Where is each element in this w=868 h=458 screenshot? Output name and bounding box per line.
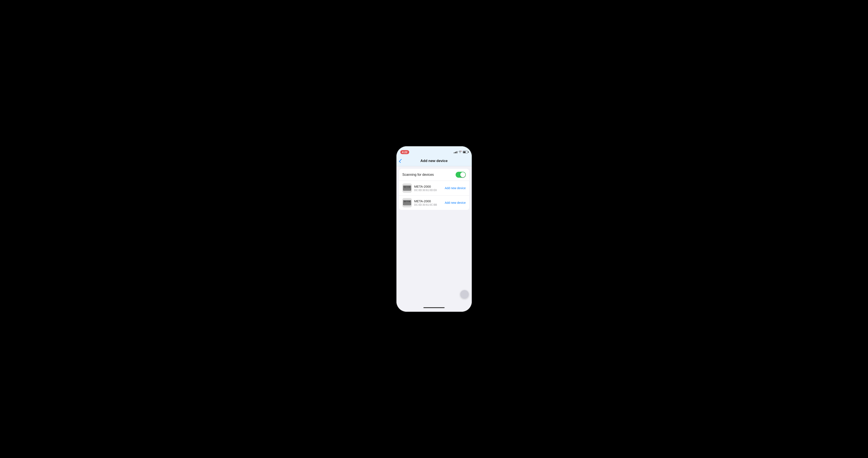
svg-rect-16 <box>408 201 410 202</box>
status-bar: 4:22 <box>397 146 472 155</box>
svg-point-0 <box>461 151 462 151</box>
status-icons <box>454 150 468 154</box>
floating-action-button[interactable] <box>460 290 469 298</box>
svg-point-21 <box>408 203 409 204</box>
page-title: Add new device <box>421 159 447 163</box>
back-button[interactable] <box>400 159 402 163</box>
scanning-row: Scanning for devices <box>399 169 469 181</box>
svg-point-6 <box>404 189 405 189</box>
add-device-button-2[interactable]: Add new device <box>445 201 466 204</box>
table-row: META-2000 DC:0D:30:61:0D:E8 Add new devi… <box>399 181 469 196</box>
device-info: META-2000 DC:0D:30:61:0D:E8 <box>414 185 442 192</box>
wifi-icon <box>458 150 462 154</box>
svg-point-9 <box>407 189 408 189</box>
svg-rect-14 <box>404 201 406 202</box>
svg-point-19 <box>406 203 407 204</box>
device-list: META-2000 DC:0D:30:61:0D:E8 Add new devi… <box>399 181 469 210</box>
battery-icon <box>463 151 468 153</box>
svg-rect-15 <box>406 201 408 202</box>
device-icon <box>402 198 412 207</box>
table-row: META-2000 DC:0D:30:61:0C:BB Add new devi… <box>399 196 469 210</box>
svg-point-10 <box>408 189 409 189</box>
svg-point-17 <box>404 203 405 204</box>
header: Add new device <box>397 155 472 166</box>
content-area: Scanning for devices <box>397 166 472 305</box>
home-indicator <box>397 305 472 312</box>
add-device-button-1[interactable]: Add new device <box>445 187 466 190</box>
scanning-label: Scanning for devices <box>402 173 434 177</box>
home-bar <box>424 307 444 308</box>
device-mac: DC:0D:30:61:0D:E8 <box>414 189 442 192</box>
svg-point-20 <box>407 203 408 204</box>
device-name: META-2000 <box>414 199 442 203</box>
svg-point-22 <box>409 203 410 204</box>
device-mac: DC:0D:30:61:0C:BB <box>414 203 442 206</box>
phone-frame: 4:22 <box>397 146 472 312</box>
status-time: 4:22 <box>400 150 409 154</box>
signal-bars-icon <box>454 151 457 153</box>
toggle-knob <box>460 172 465 177</box>
scanning-toggle[interactable] <box>456 172 466 178</box>
svg-point-8 <box>406 189 407 189</box>
svg-point-18 <box>405 203 406 204</box>
svg-point-11 <box>409 189 410 189</box>
device-icon <box>402 183 412 193</box>
device-name: META-2000 <box>414 185 442 188</box>
svg-rect-3 <box>404 187 406 188</box>
back-chevron-icon <box>399 159 403 163</box>
svg-rect-5 <box>408 187 410 188</box>
svg-rect-4 <box>406 187 408 188</box>
svg-point-7 <box>405 189 406 189</box>
device-info: META-2000 DC:0D:30:61:0C:BB <box>414 199 442 206</box>
